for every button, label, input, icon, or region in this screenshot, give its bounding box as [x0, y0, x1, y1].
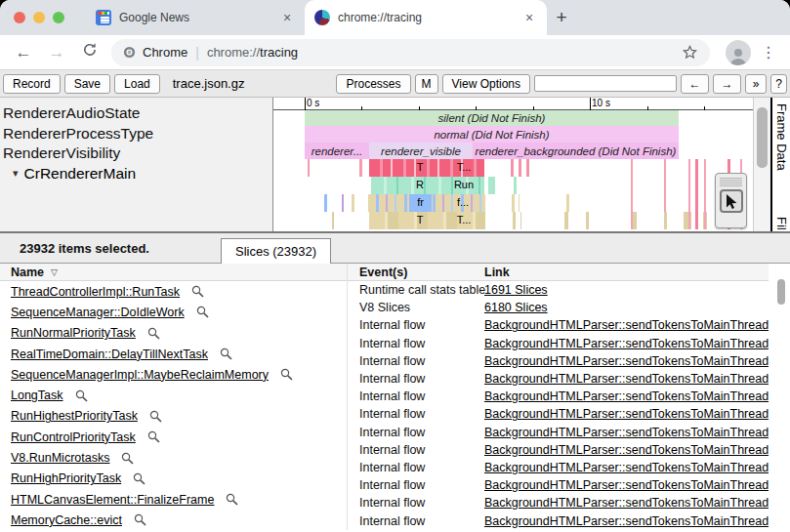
- zoom-window-button[interactable]: [53, 12, 64, 23]
- selection-mode-button[interactable]: [720, 189, 743, 213]
- magnifier-icon[interactable]: [75, 389, 88, 402]
- omnibox[interactable]: Chrome | chrome:// tracing: [111, 39, 710, 66]
- event-link[interactable]: BackgroundHTMLParser::sendTokensToMainTh…: [484, 337, 769, 350]
- magnifier-icon[interactable]: [121, 452, 134, 465]
- back-button[interactable]: ←: [12, 43, 35, 62]
- find-input[interactable]: [534, 75, 677, 92]
- events-header-row: Event(s) Link: [348, 264, 769, 281]
- slice-name-link[interactable]: SequenceManager::DoIdleWork: [11, 306, 185, 319]
- minimize-window-button[interactable]: [33, 12, 45, 23]
- slice-name-link[interactable]: RunHighestPriorityTask: [11, 409, 138, 423]
- help-button[interactable]: ?: [770, 74, 787, 94]
- view-options-button[interactable]: View Options: [442, 74, 530, 94]
- name-column-header[interactable]: Name ▽: [0, 264, 347, 281]
- visibility-slice[interactable]: renderer...: [305, 143, 369, 159]
- events-column-header[interactable]: Event(s): [348, 266, 484, 279]
- visibility-slice[interactable]: renderer_visible: [369, 143, 473, 159]
- tab-google-news[interactable]: Google News ×: [86, 0, 305, 35]
- process-type-slice[interactable]: normal (Did Not Finish): [305, 126, 679, 143]
- processes-button[interactable]: Processes: [336, 74, 410, 94]
- site-info-icon[interactable]: [123, 46, 136, 59]
- table-row: V8 Slices 6180 Slices: [348, 299, 769, 316]
- magnifier-icon[interactable]: [147, 327, 160, 340]
- slice-name-link[interactable]: HTMLCanvasElement::FinalizeFrame: [11, 493, 214, 507]
- slice-name-link[interactable]: RealTimeDomain::DelayTillNextTask: [11, 348, 208, 361]
- forward-button[interactable]: →: [45, 43, 68, 62]
- timeline-tool-panel[interactable]: [715, 173, 747, 228]
- event-link[interactable]: BackgroundHTMLParser::sendTokensToMainTh…: [484, 372, 769, 386]
- event-link[interactable]: 6180 Slices: [484, 301, 548, 314]
- scrollbar-thumb[interactable]: [757, 107, 768, 168]
- save-button[interactable]: Save: [64, 74, 110, 94]
- magnifier-icon[interactable]: [149, 410, 162, 423]
- magnifier-icon[interactable]: [196, 306, 209, 318]
- slice-row-tasks[interactable]: T T...: [273, 159, 753, 177]
- magnifier-icon[interactable]: [280, 368, 293, 381]
- tab-slices[interactable]: Slices (23932): [221, 238, 331, 264]
- event-link[interactable]: BackgroundHTMLParser::sendTokensToMainTh…: [484, 496, 769, 510]
- metadata-button[interactable]: M: [415, 74, 438, 94]
- close-window-button[interactable]: [14, 12, 25, 23]
- browser-menu-button[interactable]: ⋮: [761, 43, 776, 61]
- analysis-panel: 23932 items selected. Slices (23932) Nam…: [0, 233, 790, 530]
- slice-row-frames[interactable]: fr f...: [273, 194, 753, 212]
- magnifier-icon[interactable]: [134, 513, 146, 526]
- magnifier-icon[interactable]: [191, 285, 204, 298]
- profile-avatar-button[interactable]: [726, 40, 751, 65]
- slice-name-link[interactable]: SequenceManagerImpl::MaybeReclaimMemory: [11, 368, 269, 382]
- process-track-label[interactable]: RendererVisibility: [0, 143, 272, 164]
- sort-descending-icon: ▽: [51, 267, 58, 277]
- new-tab-button[interactable]: +: [547, 0, 576, 35]
- record-button[interactable]: Record: [3, 74, 61, 94]
- reload-icon: [82, 42, 98, 58]
- event-link[interactable]: 1691 Slices: [484, 283, 548, 297]
- event-cell: Runtime call stats table: [348, 283, 484, 297]
- slice-name-link[interactable]: RunNormalPriorityTask: [11, 326, 136, 340]
- thread-track-row[interactable]: ▾ CrRendererMain: [0, 165, 272, 183]
- selection-status: 23932 items selected.: [20, 241, 149, 256]
- drag-handle[interactable]: [720, 177, 742, 187]
- process-track-label[interactable]: RendererAudioState: [0, 103, 272, 124]
- slice-name-link[interactable]: RunControlPriorityTask: [11, 430, 136, 444]
- magnifier-icon[interactable]: [147, 430, 160, 443]
- find-options-button[interactable]: »: [745, 74, 767, 94]
- analysis-scrollbar[interactable]: [769, 264, 790, 530]
- close-tab-icon[interactable]: ×: [521, 10, 537, 25]
- timeline-scrollbar[interactable]: [753, 98, 770, 231]
- magnifier-icon[interactable]: [220, 348, 232, 360]
- visibility-slice[interactable]: renderer_backgrounded (Did Not Finish): [473, 143, 679, 159]
- collapse-triangle-icon[interactable]: ▾: [13, 167, 19, 180]
- slice-name-link[interactable]: V8.RunMicrotasks: [11, 451, 109, 465]
- tab-frame-data[interactable]: Frame Data: [774, 103, 789, 171]
- event-link[interactable]: BackgroundHTMLParser::sendTokensToMainTh…: [484, 389, 769, 403]
- slice-name-link[interactable]: MemoryCache::evict: [11, 513, 122, 527]
- slice-name-link[interactable]: RunHighPriorityTask: [11, 471, 121, 485]
- event-link[interactable]: BackgroundHTMLParser::sendTokensToMainTh…: [484, 318, 769, 332]
- event-link[interactable]: BackgroundHTMLParser::sendTokensToMainTh…: [484, 478, 769, 492]
- magnifier-icon[interactable]: [226, 493, 238, 506]
- slice-row-run[interactable]: R Run: [273, 177, 753, 194]
- slice-name-link[interactable]: ThreadControllerImpl::RunTask: [11, 285, 180, 299]
- bookmark-star-icon[interactable]: [682, 44, 698, 61]
- slice-name-link[interactable]: LongTask: [11, 389, 63, 402]
- link-column-header[interactable]: Link: [484, 266, 510, 279]
- event-link[interactable]: BackgroundHTMLParser::sendTokensToMainTh…: [484, 354, 769, 368]
- event-link[interactable]: BackgroundHTMLParser::sendTokensToMainTh…: [484, 407, 769, 421]
- event-link[interactable]: BackgroundHTMLParser::sendTokensToMainTh…: [484, 426, 769, 439]
- process-track-label[interactable]: RendererProcessType: [0, 124, 272, 144]
- audio-state-slice[interactable]: silent (Did Not Finish): [305, 110, 679, 126]
- event-link[interactable]: BackgroundHTMLParser::sendTokensToMainTh…: [484, 514, 769, 528]
- load-button[interactable]: Load: [114, 74, 160, 94]
- scrollbar-thumb[interactable]: [777, 279, 785, 305]
- reload-button[interactable]: [78, 42, 102, 62]
- event-link[interactable]: BackgroundHTMLParser::sendTokensToMainTh…: [484, 443, 769, 457]
- close-tab-icon[interactable]: ×: [279, 10, 295, 25]
- timeline-track-area[interactable]: 0 s 10 s silent (Did Not Finish) normal …: [273, 98, 753, 231]
- slice-row-tasks-2[interactable]: T T...: [273, 212, 753, 229]
- tab-chrome-tracing[interactable]: chrome://tracing ×: [305, 0, 547, 35]
- event-link[interactable]: BackgroundHTMLParser::sendTokensToMainTh…: [484, 461, 769, 474]
- tab-file-size-stats[interactable]: Fil: [774, 217, 789, 230]
- find-previous-button[interactable]: ←: [681, 74, 709, 94]
- find-next-button[interactable]: →: [713, 74, 741, 94]
- magnifier-icon[interactable]: [133, 472, 146, 485]
